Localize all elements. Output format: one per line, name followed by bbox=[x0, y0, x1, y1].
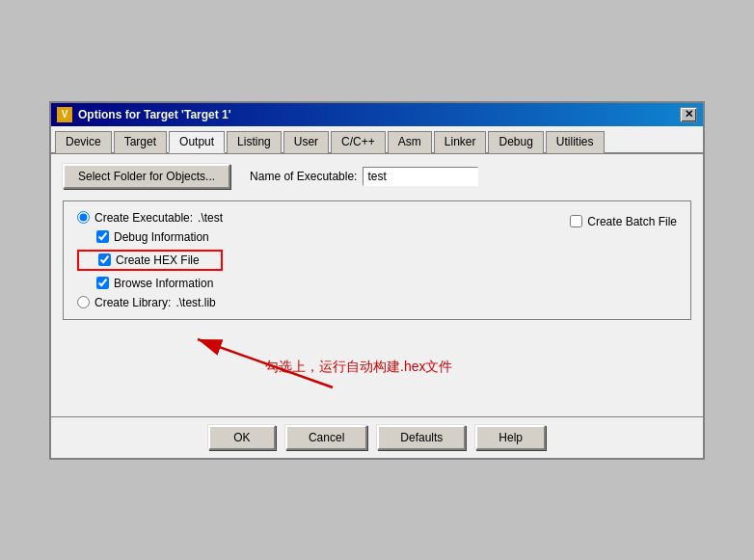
left-options: Create Executable: .\test Debug Informat… bbox=[77, 211, 223, 309]
content-area: Select Folder for Objects... Name of Exe… bbox=[51, 154, 703, 416]
app-icon: V bbox=[57, 107, 72, 122]
create-executable-row: Create Executable: .\test bbox=[77, 211, 223, 225]
bottom-bar: OK Cancel Defaults Help bbox=[51, 416, 703, 458]
create-executable-radio[interactable] bbox=[77, 211, 90, 224]
browse-info-label: Browse Information bbox=[114, 277, 213, 290]
main-window: V Options for Target 'Target 1' ✕ Device… bbox=[49, 101, 705, 460]
tab-target[interactable]: Target bbox=[114, 131, 167, 153]
title-bar-left: V Options for Target 'Target 1' bbox=[57, 107, 231, 122]
cancel-button[interactable]: Cancel bbox=[285, 425, 367, 450]
select-folder-button[interactable]: Select Folder for Objects... bbox=[63, 164, 230, 189]
tab-utilities[interactable]: Utilities bbox=[546, 131, 605, 153]
tab-listing[interactable]: Listing bbox=[227, 131, 282, 153]
defaults-button[interactable]: Defaults bbox=[377, 425, 466, 450]
create-library-row: Create Library: .\test.lib bbox=[77, 296, 223, 309]
tab-linker[interactable]: Linker bbox=[434, 131, 487, 153]
help-button[interactable]: Help bbox=[475, 425, 546, 450]
window-title: Options for Target 'Target 1' bbox=[78, 108, 231, 121]
create-executable-label: Create Executable: bbox=[94, 211, 193, 225]
tab-user[interactable]: User bbox=[283, 131, 329, 153]
tab-asm[interactable]: Asm bbox=[388, 131, 432, 153]
create-hex-label: Create HEX File bbox=[116, 253, 200, 267]
create-batch-checkbox[interactable] bbox=[570, 215, 582, 227]
group-content: Create Executable: .\test Debug Informat… bbox=[77, 211, 677, 309]
create-batch-row: Create Batch File bbox=[570, 215, 677, 228]
tab-output[interactable]: Output bbox=[169, 131, 225, 153]
close-button[interactable]: ✕ bbox=[680, 107, 697, 122]
create-library-value: .\test.lib bbox=[175, 296, 215, 309]
create-batch-label: Create Batch File bbox=[587, 215, 677, 228]
debug-info-checkbox[interactable] bbox=[96, 230, 109, 243]
output-options-group: Create Executable: .\test Debug Informat… bbox=[63, 200, 691, 320]
create-library-radio[interactable] bbox=[77, 296, 90, 308]
executable-name-row: Name of Executable: bbox=[250, 167, 478, 186]
create-hex-checkbox[interactable] bbox=[98, 253, 111, 266]
annotation-area: 勾选上，运行自动构建.hex文件 bbox=[63, 330, 691, 407]
create-executable-value: .\test bbox=[198, 211, 223, 225]
annotation-text: 勾选上，运行自动构建.hex文件 bbox=[265, 359, 452, 376]
debug-info-label: Debug Information bbox=[114, 230, 209, 244]
tab-device[interactable]: Device bbox=[55, 131, 112, 153]
tab-cpp[interactable]: C/C++ bbox=[331, 131, 386, 153]
name-executable-label: Name of Executable: bbox=[250, 170, 357, 183]
create-hex-row: Create HEX File bbox=[77, 250, 223, 271]
debug-info-row: Debug Information bbox=[77, 230, 223, 244]
right-options: Create Batch File bbox=[570, 211, 677, 309]
toolbar-row: Select Folder for Objects... Name of Exe… bbox=[63, 164, 691, 189]
browse-info-row: Browse Information bbox=[77, 277, 223, 290]
ok-button[interactable]: OK bbox=[208, 425, 276, 450]
browse-info-checkbox[interactable] bbox=[96, 277, 109, 289]
tab-debug[interactable]: Debug bbox=[488, 131, 543, 153]
create-library-label: Create Library: bbox=[94, 296, 171, 309]
tab-bar: Device Target Output Listing User C/C++ … bbox=[51, 126, 703, 154]
executable-name-input[interactable] bbox=[363, 167, 478, 186]
title-bar: V Options for Target 'Target 1' ✕ bbox=[51, 103, 703, 126]
